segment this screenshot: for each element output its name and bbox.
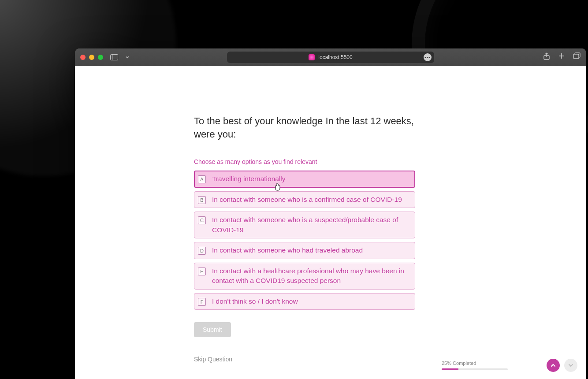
option-b[interactable]: B In contact with someone who is a confi… [194,191,415,208]
option-c[interactable]: C In contact with someone who is a suspe… [194,212,415,238]
dropdown-chevron-icon[interactable] [125,55,130,59]
option-key: A [198,175,206,183]
submit-button[interactable]: Submit [194,322,231,337]
window-minimize-button[interactable] [89,55,94,60]
window-close-button[interactable] [80,55,86,60]
new-tab-button[interactable] [558,52,565,62]
progress-fill [442,368,458,370]
progress-bar [442,368,508,370]
progress-label: 25% Completed [442,360,556,366]
sidebar-toggle-button[interactable] [110,54,118,60]
window-controls [80,55,103,60]
option-label: In contact with someone who is a suspect… [212,215,409,235]
svg-rect-0 [111,55,118,60]
question-instruction: Choose as many options as you find relev… [194,158,432,165]
option-a[interactable]: A Travelling internationally [194,171,415,187]
browser-window: localhost:5500 ••• To the best of your k… [75,48,586,379]
option-key: D [198,247,206,255]
next-question-button[interactable] [564,359,577,372]
option-label: In contact with someone who had traveled… [212,245,363,255]
options-list: A Travelling internationally B In contac… [194,171,415,310]
browser-titlebar: localhost:5500 ••• [75,48,586,66]
option-label: In contact with someone who is a confirm… [212,195,402,204]
skip-question-link[interactable]: Skip Question [194,356,432,363]
question-nav [547,359,577,372]
option-f[interactable]: F I don't think so / I don't know [194,293,415,310]
window-maximize-button[interactable] [98,55,103,60]
tabs-overview-button[interactable] [573,52,581,62]
option-key: B [198,196,206,204]
page-content: To the best of your knowledge In the las… [75,66,586,379]
option-key: E [198,268,206,275]
option-key: F [198,298,206,306]
svg-rect-4 [573,54,579,59]
question-block: To the best of your knowledge In the las… [194,115,432,363]
option-label: I don't think so / I don't know [212,297,298,306]
favicon-icon [309,54,315,60]
option-key: C [198,216,206,224]
share-button[interactable] [543,52,550,62]
question-title: To the best of your knowledge In the las… [194,115,432,141]
address-bar[interactable]: localhost:5500 ••• [227,52,434,63]
page-settings-button[interactable]: ••• [424,53,432,61]
option-label: Travelling internationally [212,174,286,184]
progress-area: 25% Completed [442,360,556,370]
address-url: localhost:5500 [318,54,352,60]
prev-question-button[interactable] [547,359,560,372]
option-e[interactable]: E In contact with a healthcare professio… [194,263,415,290]
option-label: In contact with a healthcare professiona… [212,266,409,286]
option-d[interactable]: D In contact with someone who had travel… [194,242,415,259]
